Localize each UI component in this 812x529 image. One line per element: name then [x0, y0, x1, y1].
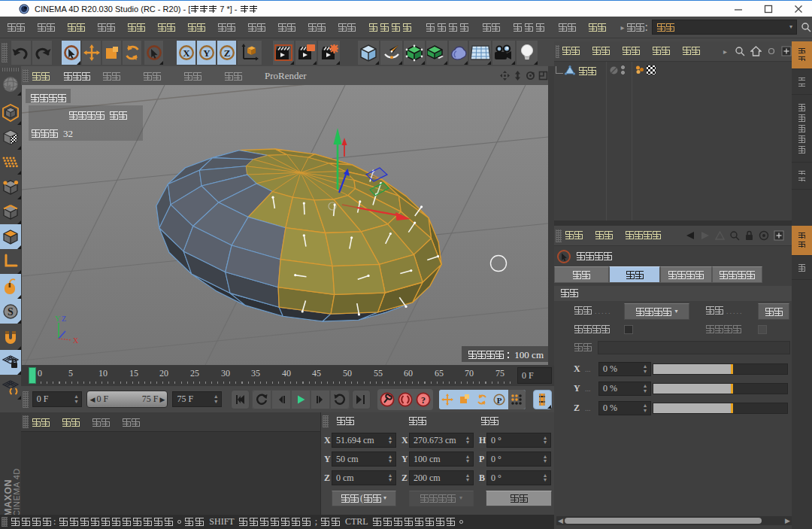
svg-text:P: P	[497, 395, 502, 404]
svg-text:Z: Z	[62, 315, 66, 323]
svg-text:Y: Y	[55, 315, 60, 323]
svg-text:Z: Z	[223, 47, 230, 58]
svg-text:S: S	[8, 306, 14, 318]
svg-text:X: X	[73, 336, 79, 345]
svg-text:X: X	[183, 47, 190, 58]
svg-text:?: ?	[421, 394, 426, 405]
svg-text:Y: Y	[203, 47, 211, 58]
